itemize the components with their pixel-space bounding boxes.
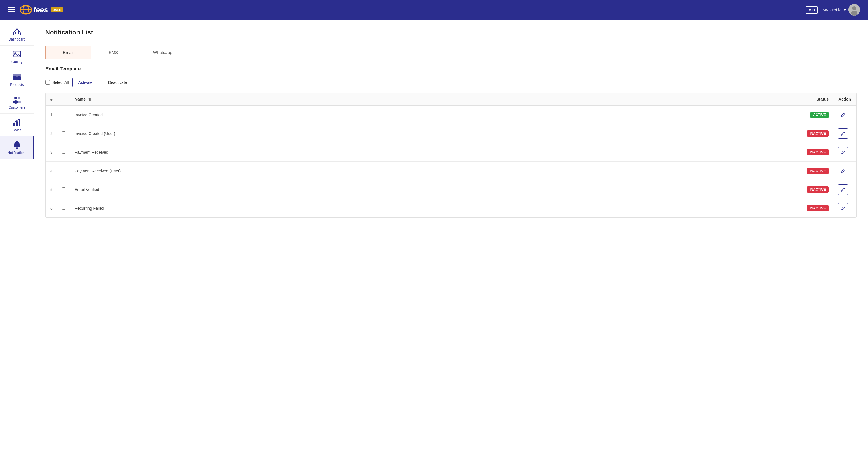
tab-whatsapp[interactable]: Whatsapp [135, 46, 190, 59]
row-action [833, 180, 856, 199]
sidebar-item-notifications[interactable]: Notifications [0, 137, 34, 159]
tab-email[interactable]: Email [45, 46, 91, 59]
row-name: Payment Received (User) [70, 162, 796, 180]
tabs: Email SMS Whatsapp [45, 46, 857, 59]
row-checkbox[interactable] [62, 113, 65, 116]
row-checkbox[interactable] [62, 206, 65, 210]
sidebar: Dashboard Gallery Products [0, 20, 34, 466]
table-header: # Name ⇅ Status Action [45, 93, 856, 106]
edit-icon [841, 169, 845, 173]
status-badge: INACTIVE [807, 186, 829, 193]
row-checkbox[interactable] [62, 131, 65, 135]
logo-icon [20, 5, 32, 15]
svg-rect-6 [14, 32, 17, 34]
row-status: ACTIVE [796, 106, 833, 124]
edit-button[interactable] [838, 166, 848, 176]
row-status: INACTIVE [796, 143, 833, 162]
sidebar-item-gallery-label: Gallery [11, 60, 22, 64]
row-num: 1 [45, 106, 57, 124]
row-checkbox-cell [57, 106, 70, 124]
sidebar-item-sales-label: Sales [12, 128, 21, 132]
sidebar-item-gallery[interactable]: Gallery [0, 46, 34, 68]
table-row: 6 Recurring Failed INACTIVE [45, 199, 856, 218]
row-checkbox-cell [57, 124, 70, 143]
col-checkbox [57, 93, 70, 106]
select-all-text: Select All [52, 80, 69, 85]
svg-rect-20 [19, 119, 20, 126]
activate-button[interactable]: Activate [72, 78, 99, 87]
row-checkbox-cell [57, 180, 70, 199]
controls: Select All Activate Deactivate [45, 78, 857, 87]
table: # Name ⇅ Status Action 1 Invoice Created [45, 93, 856, 217]
profile-caret: ▾ [844, 7, 846, 12]
svg-point-22 [16, 147, 18, 149]
hamburger-menu[interactable] [8, 7, 15, 12]
row-status: INACTIVE [796, 162, 833, 180]
page-title: Notification List [45, 29, 857, 36]
row-num: 3 [45, 143, 57, 162]
row-name: Recurring Failed [70, 199, 796, 218]
sidebar-item-dashboard[interactable]: Dashboard [0, 23, 34, 46]
edit-button[interactable] [838, 147, 848, 157]
edit-button[interactable] [838, 203, 848, 213]
col-action: Action [833, 93, 856, 106]
notifications-icon [12, 141, 22, 150]
col-name[interactable]: Name ⇅ [70, 93, 796, 106]
sidebar-item-customers-label: Customers [9, 106, 25, 110]
edit-button[interactable] [838, 128, 848, 139]
sidebar-item-customers[interactable]: Customers [0, 91, 34, 114]
row-action [833, 199, 856, 218]
profile-menu[interactable]: My Profile ▾ [823, 4, 860, 16]
svg-rect-13 [17, 74, 21, 76]
sales-icon [12, 118, 22, 127]
svg-rect-12 [13, 74, 17, 76]
row-action [833, 143, 856, 162]
deactivate-button[interactable]: Deactivate [102, 78, 133, 87]
avatar [848, 4, 860, 16]
table-row: 5 Email Verified INACTIVE [45, 180, 856, 199]
sidebar-item-products[interactable]: Products [0, 68, 34, 91]
sidebar-item-products-label: Products [10, 83, 24, 87]
logo-badge: USER [51, 7, 63, 12]
row-action [833, 106, 856, 124]
sidebar-item-sales[interactable]: Sales [0, 114, 34, 137]
edit-icon [841, 150, 845, 154]
svg-rect-19 [16, 121, 18, 126]
status-badge: INACTIVE [807, 149, 829, 155]
status-badge: INACTIVE [807, 205, 829, 211]
col-num: # [45, 93, 57, 106]
status-badge: INACTIVE [807, 130, 829, 137]
table-body: 1 Invoice Created ACTIVE 2 In [45, 106, 856, 218]
row-checkbox[interactable] [62, 169, 65, 172]
svg-point-17 [18, 100, 21, 104]
row-checkbox-cell [57, 143, 70, 162]
section-title: Email Template [45, 66, 857, 72]
row-name: Invoice Created (User) [70, 124, 796, 143]
edit-icon [841, 187, 845, 192]
row-checkbox[interactable] [62, 187, 65, 191]
logo-text: fees [33, 5, 48, 14]
table-row: 1 Invoice Created ACTIVE [45, 106, 856, 124]
sort-icon: ⇅ [88, 97, 91, 101]
edit-icon [841, 206, 845, 211]
row-status: INACTIVE [796, 199, 833, 218]
status-badge: INACTIVE [807, 168, 829, 174]
edit-button[interactable] [838, 110, 848, 120]
lang-switcher[interactable]: A B [806, 6, 818, 14]
row-name: Payment Received [70, 143, 796, 162]
row-checkbox-cell [57, 162, 70, 180]
table-row: 2 Invoice Created (User) INACTIVE [45, 124, 856, 143]
select-all-checkbox[interactable] [45, 80, 50, 85]
header-right: A B My Profile ▾ [806, 4, 860, 16]
edit-button[interactable] [838, 184, 848, 195]
row-status: INACTIVE [796, 180, 833, 199]
gallery-icon [12, 50, 22, 59]
svg-rect-7 [18, 31, 19, 34]
select-all-label[interactable]: Select All [45, 80, 69, 85]
row-name: Invoice Created [70, 106, 796, 124]
svg-rect-10 [13, 77, 17, 81]
table-row: 4 Payment Received (User) INACTIVE [45, 162, 856, 180]
row-checkbox[interactable] [62, 150, 65, 154]
tab-sms[interactable]: SMS [91, 46, 136, 59]
row-status: INACTIVE [796, 124, 833, 143]
